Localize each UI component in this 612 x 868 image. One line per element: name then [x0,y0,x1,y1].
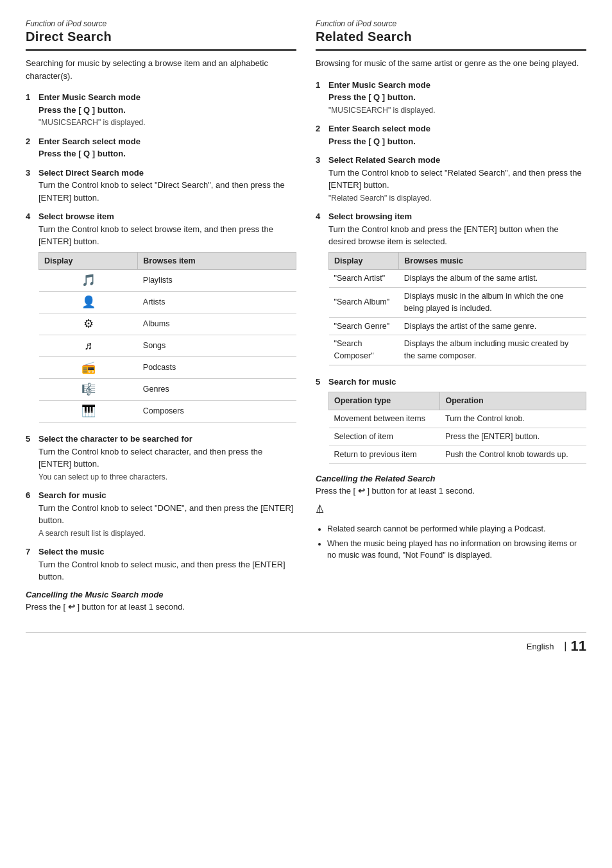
op-op-0: Turn the Control knob. [440,410,586,428]
left-cancel-suffix: ] button for at least 1 second. [77,602,185,612]
right-step-number-2: 2 [316,122,325,147]
right-step-4: 4 Select browsing item Turn the Control … [316,210,586,369]
left-browse-label-3: Songs [138,335,296,357]
left-step-7: 7 Select the music Turn the Control knob… [26,546,296,583]
step-content-4: Select browse item Turn the Control knob… [38,210,296,426]
footer-page-number: 11 [571,638,586,655]
step-body-6: Turn the Control knob to select "DONE", … [38,503,293,526]
step-title-5: Select the character to be searched for [38,434,192,444]
left-step-1: 1 Enter Music Search mode Press the [ Q … [26,91,296,129]
left-browse-icon-4: 📻 [39,357,138,379]
right-step-content-5: Search for music Operation type Operatio… [328,376,586,468]
right-step-body-3: Turn the Control knob to select "Related… [328,168,582,190]
footer-language: English [527,642,554,651]
left-browse-icon-5: 🎼 [39,379,138,401]
right-bullets: Related search cannot be performed while… [316,523,586,562]
step-title-7: Select the music [38,547,105,556]
right-step-title-5: Search for music [328,377,396,387]
step-title-6: Search for music [38,490,106,500]
left-cancel: Cancelling the Music Search mode Press t… [26,590,296,613]
right-step-content-4: Select browsing item Turn the Control kn… [328,210,586,369]
step-number-2: 2 [26,135,35,160]
left-browse-label-5: Genres [138,379,296,401]
left-section-title: Direct Search [26,29,296,44]
op-type-2: Return to previous item [329,446,440,463]
right-browse-desc-3: Displays the album including music creat… [399,335,586,365]
op-op-2: Push the Control knob towards up. [440,446,586,463]
step-title-3: Select Direct Search mode [38,168,144,178]
browse-col-display: Display [39,252,138,270]
right-back-icon: ↩ [355,486,367,496]
step-body-2: Press the [ Q ] button. [38,149,126,158]
bullet-item-1: When the music being played has no infor… [327,538,586,562]
left-browse-label-0: Playlists [138,270,296,292]
step-note-1: "MUSICSEARCH" is displayed. [38,118,146,127]
right-cancel-title: Cancelling the Related Search [316,474,586,483]
step-content-7: Select the music Turn the Control knob t… [38,546,296,583]
right-col-display: Display [329,252,399,270]
page-container: Function of iPod source Direct Search Se… [26,19,586,613]
right-step-content-2: Enter Search select mode Press the [ Q ]… [328,122,586,147]
left-step-2: 2 Enter Search select mode Press the [ Q… [26,135,296,160]
left-browse-label-2: Albums [138,313,296,335]
right-steps-list: 1 Enter Music Search mode Press the [ Q … [316,79,586,468]
right-step-number-4: 4 [316,210,325,369]
right-intro: Browsing for music of the same artist or… [316,57,586,70]
right-browse-label-3: "Search Composer" [329,335,399,365]
left-cancel-title: Cancelling the Music Search mode [26,590,296,599]
left-function-label: Function of iPod source [26,19,296,28]
browse-col-item: Browses item [138,252,296,270]
right-step-title-3: Select Related Search mode [328,155,440,165]
bullet-item-0: Related search cannot be performed while… [327,523,586,535]
op-col-type: Operation type [329,392,440,410]
right-browse-desc-2: Displays the artist of the same genre. [399,317,586,335]
footer: English | 11 [26,632,586,655]
right-step-body-4: Turn the Control knob and press the [ENT… [328,224,559,247]
right-browse-table: Display Browses music "Search Artist"Dis… [328,252,586,365]
right-column: Function of iPod source Related Search B… [316,19,586,613]
ipod-device-icon: ⍋︎ [316,500,324,517]
right-step-5: 5 Search for music Operation type Operat… [316,376,586,468]
step-number-6: 6 [26,489,35,539]
left-browse-icon-2: ⚙ [39,313,138,335]
right-cancel: Cancelling the Related Search Press the … [316,474,586,562]
operation-table: Operation type Operation Movement betwee… [328,392,586,463]
right-step-body-1: Press the [ Q ] button. [328,92,416,102]
right-step-number-5: 5 [316,376,325,468]
step-number-3: 3 [26,167,35,204]
step-content-2: Enter Search select mode Press the [ Q ]… [38,135,296,160]
step-body-7: Turn the Control knob to select music, a… [38,560,285,582]
left-back-icon: ↩ [65,602,77,612]
step-title-4: Select browse item [38,212,114,221]
right-step-note-3: "Related Search" is displayed. [328,194,432,203]
step-content-5: Select the character to be searched for … [38,433,296,483]
right-col-music: Browses music [399,252,586,270]
right-step-body-2: Press the [ Q ] button. [328,137,416,146]
step-note-6: A search result list is displayed. [38,529,146,538]
right-step-note-1: "MUSICSEARCH" is displayed. [328,106,436,115]
left-browse-label-4: Podcasts [138,357,296,379]
footer-separator: | [564,640,566,652]
step-note-5: You can select up to three characters. [38,472,167,481]
right-divider [316,49,586,51]
right-step-content-3: Select Related Search mode Turn the Cont… [328,154,586,204]
left-browse-icon-6: 🎹 [39,401,138,422]
step-number-7: 7 [26,546,35,583]
right-step-content-1: Enter Music Search mode Press the [ Q ] … [328,79,586,117]
right-browse-desc-1: Displays music in the album in which the… [399,288,586,318]
left-browse-label-1: Artists [138,292,296,313]
step-body-1: Press the [ Q ] button. [38,105,126,115]
step-body-4: Turn the Control knob to select browse i… [38,224,273,247]
op-col-op: Operation [440,392,586,410]
right-cancel-suffix: ] button for at least 1 second. [367,486,475,496]
step-number-5: 5 [26,433,35,483]
right-step-title-2: Enter Search select mode [328,124,430,133]
browse-item-table: Display Browses item 🎵Playlists👤Artists⚙… [38,252,296,423]
step-body-3: Turn the Control knob to select "Direct … [38,180,285,203]
right-step-number-1: 1 [316,79,325,117]
right-browse-label-1: "Search Album" [329,288,399,318]
right-step-1: 1 Enter Music Search mode Press the [ Q … [316,79,586,117]
left-cancel-text: Press the [ ↩ ] button for at least 1 se… [26,601,296,613]
step-number-4: 4 [26,210,35,426]
step-content-6: Search for music Turn the Control knob t… [38,489,296,539]
